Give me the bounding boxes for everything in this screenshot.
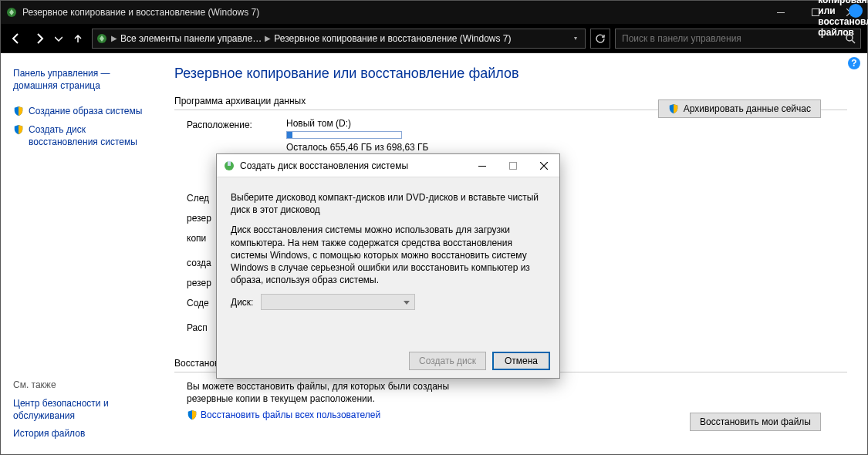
backup-now-label: Архивировать данные сейчас [684,103,811,114]
create-disc-button[interactable]: Создать диск [409,352,486,370]
drive-select[interactable] [261,294,415,310]
window-title: Резервное копирование и восстановление (… [22,7,259,18]
svg-rect-9 [478,166,486,167]
restore-all-users-link[interactable]: Восстановить файлы всех пользователей [187,410,380,420]
navbar: ▶ Все элементы панели управле…▶ Резервно… [1,24,867,53]
create-disc-label: Создать диск [419,356,476,366]
see-also-header: См. также [13,379,157,390]
drive-label: Диск: [231,297,253,308]
svg-rect-1 [777,12,785,13]
breadcrumb-dropdown[interactable]: ▾ [569,35,582,42]
refresh-button[interactable] [590,29,610,49]
breadcrumb[interactable]: ▶ Все элементы панели управле…▶ Резервно… [92,29,586,49]
help-button[interactable]: ? [847,56,861,70]
see-also-file-history[interactable]: История файлов [13,428,152,440]
nav-forward-button[interactable] [30,29,49,48]
shield-icon [13,106,24,116]
dialog-instruction: Выберите дисковод компакт-дисков или DVD… [231,191,545,216]
restore-my-files-button[interactable]: Восстановить мои файлы [690,413,821,431]
dialog-maximize-button[interactable] [498,155,529,177]
nav-recent-button[interactable] [53,29,64,48]
breadcrumb-seg-2[interactable]: Резервное копирование и восстановление (… [274,33,511,44]
svg-text:?: ? [851,58,856,69]
breadcrumb-seg-1[interactable]: Все элементы панели управле…▶ [120,33,272,44]
restore-all-users-label: Восстановить файлы всех пользователей [201,410,380,420]
disk-usage-bar [286,131,402,139]
nav-up-button[interactable] [69,29,87,48]
cancel-button[interactable]: Отмена [492,352,550,370]
square-icon [509,162,517,170]
svg-rect-8 [228,161,231,166]
minimize-button[interactable] [763,1,798,24]
dialog-minimize-button[interactable] [467,155,498,177]
dialog-icon [223,160,235,172]
restore-my-files-label: Восстановить мои файлы [700,416,811,427]
sidebar: Панель управления — домашняя страница Со… [1,53,167,454]
help-icon[interactable]: Резервное копирование или восстановление… [849,4,863,18]
dialog-close-button[interactable] [529,155,559,177]
app-icon [5,6,18,19]
task-label: Создание образа системы [29,106,142,118]
control-panel-home-link[interactable]: Панель управления — домашняя страница [13,67,152,92]
dialog-title: Создать диск восстановления системы [240,160,408,171]
dialog-titlebar[interactable]: Создать диск восстановления системы [217,154,559,177]
breadcrumb-icon [96,32,108,45]
shield-icon [187,410,198,420]
chevron-right-icon: ▶ [263,34,272,42]
task-create-system-image[interactable]: Создание образа системы [13,106,157,118]
nav-back-button[interactable] [7,29,25,48]
shield-icon [13,124,24,135]
task-create-recovery-disc[interactable]: Создать диск восстановления системы [13,124,157,148]
titlebar: Резервное копирование и восстановление (… [1,1,867,24]
location-label: Расположение: [187,118,275,130]
see-also-security-center[interactable]: Центр безопасности и обслуживания [13,398,152,422]
cancel-label: Отмена [505,356,538,366]
create-recovery-disc-dialog: Создать диск восстановления системы Выбе… [216,153,560,379]
chevron-right-icon: ▶ [110,34,119,42]
task-label: Создать диск восстановления системы [29,124,157,148]
dialog-description: Диск восстановления системы можно исполь… [231,224,545,286]
free-space-text: Осталось 655,46 ГБ из 698,63 ГБ [286,142,428,153]
page-title: Резервное копирование или восстановление… [174,66,847,82]
search-input[interactable] [620,32,845,45]
shield-icon [668,103,679,114]
backup-now-button[interactable]: Архивировать данные сейчас [658,99,821,118]
backup-volume-name: Новый том (D:) [286,118,428,129]
restore-description: Вы можете восстановить файлы, для которы… [187,380,464,405]
